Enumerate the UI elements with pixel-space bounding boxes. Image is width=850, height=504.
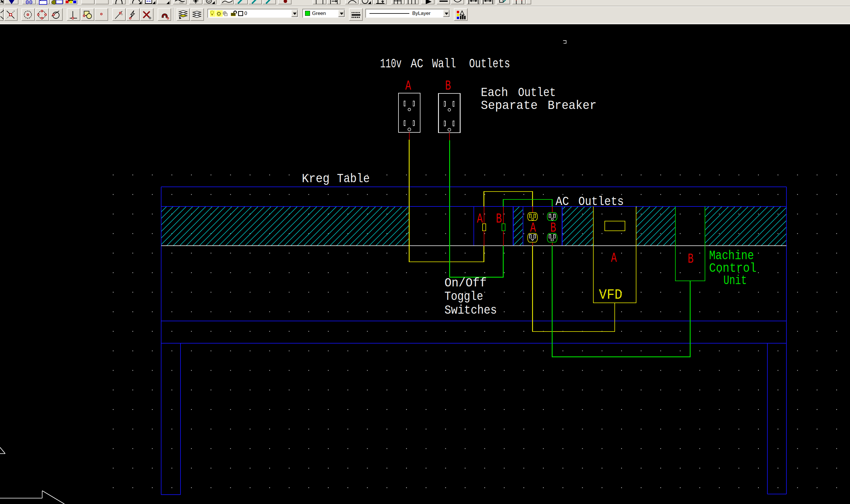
- svg-text:VFD: VFD: [599, 287, 622, 303]
- svg-text:Breaker: Breaker: [548, 99, 597, 113]
- svg-text:A: A: [530, 220, 536, 236]
- svg-text:A: A: [405, 78, 411, 94]
- svg-text:A: A: [611, 251, 617, 266]
- svg-text:B: B: [445, 78, 451, 94]
- svg-text:110v: 110v: [380, 56, 402, 71]
- svg-text:Outlets: Outlets: [578, 195, 624, 209]
- svg-text:Switches: Switches: [444, 303, 497, 318]
- svg-text:Toggle: Toggle: [444, 290, 483, 304]
- svg-text:B: B: [550, 220, 556, 236]
- svg-text:Table: Table: [337, 172, 370, 186]
- svg-text:Outlets: Outlets: [469, 56, 510, 71]
- svg-text:AC: AC: [555, 195, 569, 209]
- svg-text:B: B: [688, 252, 693, 267]
- svg-text:Unit: Unit: [723, 273, 747, 288]
- svg-text:00: 00: [25, 0, 33, 5]
- svg-text:Each: Each: [481, 86, 508, 100]
- svg-text:Separate: Separate: [481, 99, 538, 113]
- svg-text:Wall: Wall: [432, 56, 456, 71]
- svg-text:Outlet: Outlet: [518, 86, 556, 100]
- svg-text:B: B: [496, 212, 502, 227]
- svg-text:A: A: [477, 212, 483, 227]
- svg-text:On/Off: On/Off: [444, 276, 487, 290]
- svg-text:Kreg: Kreg: [302, 172, 330, 186]
- svg-text:AC: AC: [411, 56, 423, 71]
